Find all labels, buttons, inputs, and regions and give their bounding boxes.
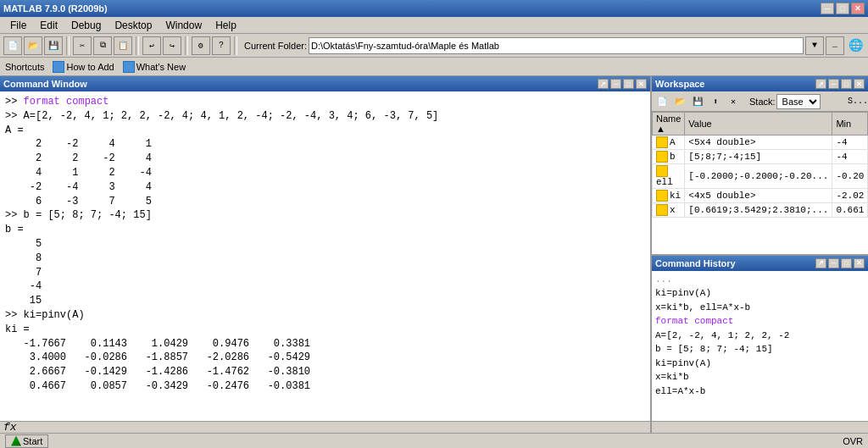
ws-max-btn[interactable]: □: [841, 79, 852, 89]
browse-button[interactable]: ▼: [805, 36, 824, 55]
command-window-titlebar: Command Window ↗ ─ □ ✕: [0, 76, 650, 91]
menu-desktop[interactable]: Desktop: [108, 18, 159, 33]
start-button[interactable]: Start: [5, 434, 48, 448]
shortcut-icon-2: [123, 61, 135, 73]
history-content[interactable]: ...ki=pinv(A)x=ki*b, ell=A*x-bformat com…: [652, 271, 868, 422]
cmd-min-btn[interactable]: ─: [610, 79, 621, 89]
redo-button[interactable]: ↪: [163, 36, 181, 55]
workspace-row[interactable]: ell [-0.2000;-0.2000;-0.20... -0.20: [653, 164, 868, 189]
ws-save-btn[interactable]: 💾: [689, 93, 706, 110]
ovr-label: OVR: [843, 436, 863, 446]
shortcut-how-to-add[interactable]: How to Add: [53, 61, 114, 73]
menu-edit[interactable]: Edit: [33, 18, 64, 33]
ws-undock-btn[interactable]: ↗: [815, 79, 826, 89]
maximize-button[interactable]: □: [836, 3, 849, 14]
main-area: Command Window ↗ ─ □ ✕ >> format compact…: [0, 76, 868, 433]
help-globe-icon: 🌐: [846, 36, 865, 55]
workspace-title: Workspace: [655, 79, 705, 89]
workspace-controls: ↗ ─ □ ✕: [815, 79, 865, 89]
var-name-cell: A: [653, 136, 685, 150]
shortcut-whats-new[interactable]: What's New: [123, 61, 186, 73]
open-button[interactable]: 📂: [24, 36, 42, 55]
ws-delete-btn[interactable]: ✕: [725, 93, 742, 110]
var-value-cell: <4x5 double>: [685, 189, 832, 203]
close-button[interactable]: ✕: [851, 3, 865, 14]
stack-dropdown[interactable]: Base: [776, 94, 821, 109]
var-min-cell: -2.02: [832, 189, 868, 203]
save-button[interactable]: 💾: [44, 36, 63, 55]
ws-extra-btn[interactable]: S...: [849, 93, 866, 110]
ws-import-btn[interactable]: ⬆: [707, 93, 724, 110]
help-button[interactable]: ?: [212, 36, 231, 55]
cmd-line-3: A =: [5, 124, 645, 138]
title-bar-controls: ─ □ ✕: [821, 3, 865, 14]
workspace-row[interactable]: A <5x4 double> -4: [653, 136, 868, 150]
var-min-cell: -4: [832, 150, 868, 164]
history-line: ki=pinv(A): [655, 357, 865, 371]
current-folder-input[interactable]: [309, 37, 804, 54]
hist-min-btn[interactable]: ─: [828, 258, 839, 268]
cmd-line-17: ki =: [5, 323, 645, 337]
separator-4: [234, 36, 237, 55]
var-icon: [656, 165, 668, 177]
cmd-line-8: 6 -3 7 5: [5, 195, 645, 209]
ws-new-btn[interactable]: 📄: [654, 93, 670, 110]
cut-button[interactable]: ✂: [73, 36, 92, 55]
copy-button[interactable]: ⧉: [93, 36, 112, 55]
app-title: MATLAB 7.9.0 (R2009b): [3, 3, 108, 14]
hist-close-btn[interactable]: ✕: [854, 258, 865, 268]
command-hscroll[interactable]: fx: [0, 421, 650, 433]
cmd-line-19: 3.4000 -0.0286 -1.8857 -2.0286 -0.5429: [5, 351, 645, 365]
folder-browse-button[interactable]: …: [826, 36, 844, 55]
var-name-cell: ell: [653, 164, 685, 189]
var-value-cell: <5x4 double>: [685, 136, 832, 150]
ws-open-btn[interactable]: 📂: [671, 93, 688, 110]
cmd-close-btn[interactable]: ✕: [636, 79, 647, 89]
history-controls: ↗ ─ □ ✕: [815, 258, 865, 268]
workspace-row[interactable]: x [0.6619;3.5429;2.3810;... 0.661: [653, 203, 868, 218]
command-window-title: Command Window: [3, 79, 87, 89]
menu-debug[interactable]: Debug: [64, 18, 108, 33]
history-title: Command History: [655, 258, 736, 268]
col-value: Value: [685, 113, 832, 136]
minimize-button[interactable]: ─: [821, 3, 834, 14]
cmd-line-18: -1.7667 0.1143 1.0429 0.9476 0.3381: [5, 337, 645, 351]
cmd-line-14: -4: [5, 279, 645, 294]
undo-button[interactable]: ↩: [142, 36, 161, 55]
var-value-cell: [-0.2000;-0.2000;-0.20...: [685, 164, 832, 189]
ws-close-btn[interactable]: ✕: [854, 79, 865, 89]
col-name: Name ▲: [653, 113, 685, 136]
title-bar: MATLAB 7.9.0 (R2009b) ─ □ ✕: [0, 0, 868, 17]
workspace-table[interactable]: Name ▲ Value Min A <5x4 double> -4 b [5;…: [652, 112, 868, 254]
simulink-button[interactable]: ⚙: [192, 36, 210, 55]
command-content[interactable]: >> format compact >> A=[2, -2, 4, 1; 2, …: [0, 91, 650, 421]
var-min-cell: -4: [832, 136, 868, 150]
hist-undock-btn[interactable]: ↗: [815, 258, 826, 268]
var-name-cell: ki: [653, 189, 685, 203]
history-panel: Command History ↗ ─ □ ✕ ...ki=pinv(A)x=k…: [652, 256, 868, 434]
cmd-line-11: 5: [5, 237, 645, 252]
paste-button[interactable]: 📋: [114, 36, 132, 55]
history-line: x=ki*b, ell=A*x-b: [655, 301, 865, 315]
var-icon: [656, 204, 668, 216]
ws-min-btn[interactable]: ─: [828, 79, 839, 89]
menu-window[interactable]: Window: [159, 18, 209, 33]
history-hscroll[interactable]: [652, 421, 868, 433]
new-file-button[interactable]: 📄: [3, 36, 22, 55]
current-folder-label: Current Folder:: [244, 41, 307, 51]
workspace-row[interactable]: ki <4x5 double> -2.02: [653, 189, 868, 203]
right-panels: Workspace ↗ ─ □ ✕ 📄 📂 💾 ⬆ ✕ Stack: Base …: [652, 76, 868, 433]
cmd-line-13: 7: [5, 266, 645, 280]
cmd-undock-btn[interactable]: ↗: [598, 79, 609, 89]
workspace-row[interactable]: b [5;8;7;-4;15] -4: [653, 150, 868, 164]
menu-file[interactable]: File: [3, 18, 33, 33]
history-line: x=ki*b: [655, 370, 865, 384]
cmd-line-20: 2.6667 -0.1429 -1.4286 -1.4762 -0.3810: [5, 365, 645, 379]
hist-max-btn[interactable]: □: [841, 258, 852, 268]
cmd-max-btn[interactable]: □: [623, 79, 634, 89]
command-window-controls: ↗ ─ □ ✕: [598, 79, 647, 89]
history-line: ki=pinv(A): [655, 286, 865, 301]
menu-help[interactable]: Help: [209, 18, 243, 33]
toolbar: 📄 📂 💾 ✂ ⧉ 📋 ↩ ↪ ⚙ ? Current Folder: ▼ … …: [0, 34, 868, 58]
var-name-cell: x: [653, 203, 685, 218]
